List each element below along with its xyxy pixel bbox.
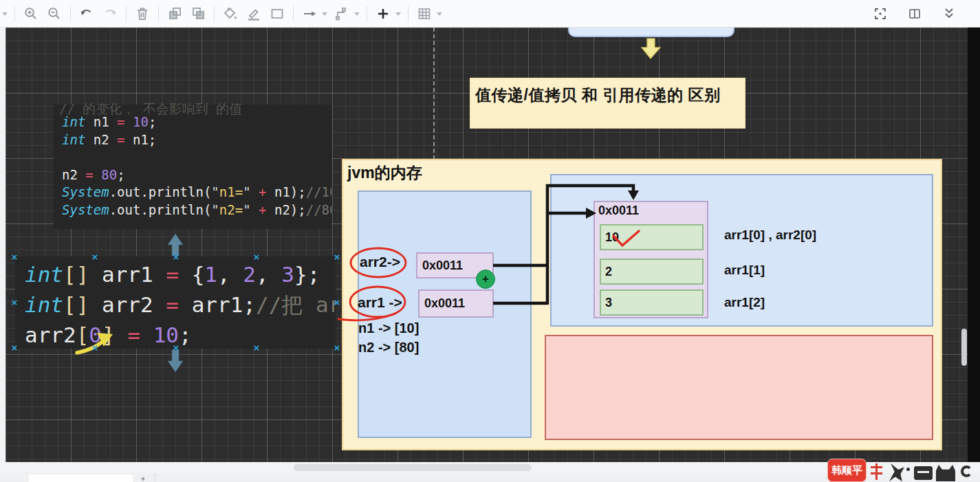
- selection-handle[interactable]: [10, 252, 19, 262]
- arrow-dropdown-caret-icon[interactable]: [321, 12, 328, 17]
- right-panel-bar: [968, 6, 980, 462]
- page-tab[interactable]: [29, 474, 133, 482]
- topic-box-partial[interactable]: [568, 28, 734, 37]
- toolbar-separator: [14, 6, 15, 21]
- heap-cell-0-label: arr1[0] , arr2[0]: [724, 228, 816, 243]
- method-area-box[interactable]: [545, 335, 933, 440]
- code-block-1[interactable]: int n1 = 10;int n2 = n1; n2 = 80;System.…: [54, 105, 331, 229]
- page-tab-divider: [155, 473, 155, 482]
- page-add-icon[interactable]: [142, 477, 144, 481]
- watermark-dot-icon: [906, 468, 910, 471]
- toolbar: [0, 0, 980, 28]
- code-block-2[interactable]: int[] arr1 = {1, 2, 3};int[] arr2 = arr1…: [15, 256, 336, 349]
- heap-cell-1[interactable]: 2: [600, 259, 704, 285]
- selection-handle[interactable]: [90, 252, 100, 262]
- stack-ref-arr2: arr2->: [360, 254, 400, 270]
- plus-badge-icon[interactable]: [476, 270, 495, 289]
- table-icon[interactable]: [416, 6, 433, 22]
- delete-icon[interactable]: [134, 6, 151, 22]
- heap-address-label: 0x0011: [598, 204, 639, 218]
- selection-handle[interactable]: [332, 343, 342, 353]
- stack-ref-arr1: arr1 ->: [358, 294, 402, 311]
- heap-address-box[interactable]: 0x0011 10 2 3: [594, 201, 708, 318]
- add-icon[interactable]: [375, 6, 391, 22]
- stack-var-n2: n2 -> [80]: [358, 340, 419, 355]
- toolbar-separator: [126, 6, 127, 21]
- heap-cell-1-label: arr1[1]: [724, 263, 765, 278]
- horizontal-scrollbar[interactable]: [294, 464, 532, 471]
- pen-icon[interactable]: [246, 6, 262, 22]
- toolbar-separator: [158, 6, 159, 21]
- fill-color-icon[interactable]: [222, 6, 239, 22]
- fullscreen-icon[interactable]: [872, 6, 889, 22]
- toolbar-right: [869, 0, 961, 28]
- selection-handle[interactable]: [252, 343, 261, 353]
- selection-handle[interactable]: [171, 343, 181, 353]
- zoom-out-icon[interactable]: [46, 6, 63, 22]
- watermark-claw-icon: [961, 465, 972, 477]
- title-box[interactable]: 值传递/值拷贝 和 引用传递的 区别: [470, 78, 745, 129]
- watermark-char-partial: [871, 463, 882, 480]
- title-text: 值传递/值拷贝 和 引用传递的 区别: [475, 86, 721, 104]
- table-dropdown-caret-icon[interactable]: [436, 12, 443, 17]
- bring-forward-icon[interactable]: [166, 6, 183, 22]
- toolbar-separator: [408, 6, 409, 21]
- toolbar-separator: [293, 6, 294, 21]
- toolbar-separator: [214, 6, 215, 21]
- selection-handle[interactable]: [332, 252, 342, 262]
- selection-handle[interactable]: [252, 252, 261, 262]
- heap-cell-2[interactable]: 3: [600, 289, 704, 316]
- selection-handle[interactable]: [10, 298, 19, 307]
- undo-icon[interactable]: [78, 6, 95, 22]
- selection-handle[interactable]: [332, 298, 342, 307]
- heap-cell-0[interactable]: 10: [600, 224, 704, 250]
- jvm-memory-label: jvm的内存: [347, 162, 422, 184]
- selection-handle[interactable]: [10, 343, 19, 353]
- redo-icon[interactable]: [102, 6, 118, 22]
- heap-cell-2-label: arr1[2]: [724, 295, 765, 310]
- zoom-in-icon[interactable]: [23, 6, 39, 22]
- ghost-comment: // 的变化， 不会影响到 的值: [59, 100, 242, 118]
- connector-icon[interactable]: [334, 6, 350, 22]
- connector-dropdown-caret-icon[interactable]: [353, 12, 360, 17]
- selection-handle[interactable]: [90, 343, 100, 353]
- arrow-icon[interactable]: [301, 6, 318, 22]
- vertical-scrollbar[interactable]: [961, 329, 967, 366]
- watermark-badge: 韩顺平: [827, 459, 867, 482]
- page-break-guide: [433, 28, 435, 160]
- split-view-icon[interactable]: [906, 6, 923, 22]
- shape-rectangle-icon[interactable]: [269, 6, 285, 22]
- toolbar-separator: [70, 6, 71, 21]
- style-dropdown-caret-icon[interactable]: [1, 12, 8, 17]
- selection-handle[interactable]: [171, 252, 181, 262]
- stack-var-n1: n1 -> [10]: [358, 320, 419, 336]
- send-backward-icon[interactable]: [190, 6, 206, 22]
- stack-addr-box-arr1[interactable]: 0x0011: [418, 289, 494, 318]
- collapse-icon[interactable]: [941, 6, 957, 22]
- toolbar-separator: [367, 6, 367, 21]
- add-dropdown-caret-icon[interactable]: [395, 12, 402, 17]
- watermark-tv-icon: [914, 466, 933, 480]
